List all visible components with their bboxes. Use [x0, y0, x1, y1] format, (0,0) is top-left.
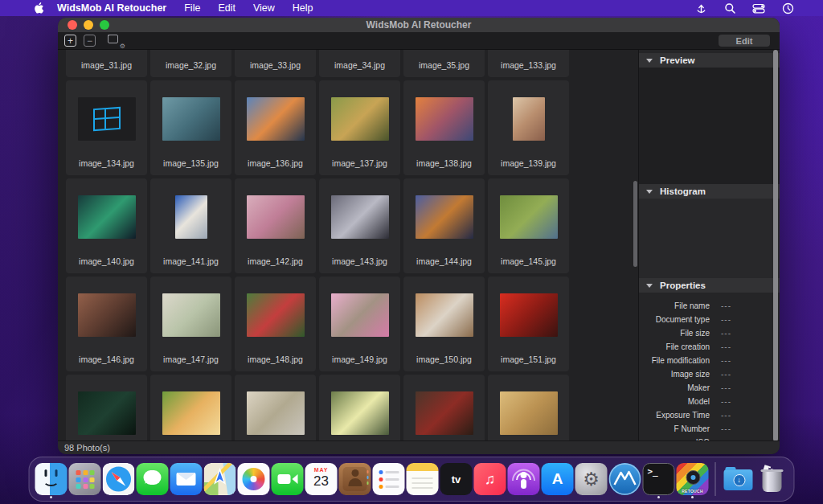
- photo-cell[interactable]: [235, 375, 316, 441]
- dock-item-downloads[interactable]: ↓: [723, 460, 755, 498]
- dock-item-trash[interactable]: [756, 460, 788, 498]
- photo-cell[interactable]: image_34.jpg: [319, 50, 400, 77]
- photo-cell[interactable]: image_144.jpg: [403, 178, 485, 273]
- photo-cell[interactable]: image_33.jpg: [235, 50, 316, 77]
- dock-item-podcasts[interactable]: [508, 460, 540, 498]
- dock-reminders-icon[interactable]: [373, 463, 405, 495]
- photo-cell[interactable]: image_137.jpg: [319, 80, 400, 175]
- photo-cell[interactable]: image_145.jpg: [488, 178, 569, 273]
- property-label: Exposure Time: [639, 411, 710, 420]
- thumb-city-skyline-dusk: [416, 195, 473, 239]
- running-indicator-dot: [50, 496, 52, 498]
- photo-cell[interactable]: [488, 375, 569, 441]
- dock-photos-icon[interactable]: [238, 463, 270, 495]
- photo-cell[interactable]: image_133.jpg: [488, 50, 569, 77]
- grid-row: image_146.jpgimage_147.jpgimage_148.jpgi…: [58, 277, 638, 371]
- dock-item-launchpad[interactable]: [69, 460, 101, 498]
- photo-cell[interactable]: image_146.jpg: [66, 277, 147, 371]
- photo-cell[interactable]: image_140.jpg: [66, 178, 147, 273]
- photo-cell[interactable]: [66, 375, 147, 441]
- photo-cell[interactable]: image_147.jpg: [150, 277, 231, 371]
- dock-facetime-icon[interactable]: [272, 463, 304, 495]
- dock-item-calendar[interactable]: MAY23: [305, 460, 338, 498]
- dock-item-maps[interactable]: [204, 460, 236, 498]
- control-center-icon[interactable]: [752, 2, 765, 14]
- photo-cell[interactable]: image_143.jpg: [319, 178, 400, 273]
- photo-cell[interactable]: image_148.jpg: [235, 277, 316, 371]
- apple-menu-icon[interactable]: [34, 2, 44, 14]
- properties-panel-header[interactable]: Properties: [639, 278, 780, 293]
- photo-cell[interactable]: image_31.jpg: [66, 50, 147, 77]
- dock-item-appletv[interactable]: tv: [440, 460, 473, 498]
- dock-appletv-icon[interactable]: tv: [440, 463, 473, 495]
- photo-cell[interactable]: image_150.jpg: [403, 277, 485, 371]
- dock-contacts-icon[interactable]: [339, 463, 371, 495]
- dock-terminal-icon[interactable]: >_: [643, 463, 675, 495]
- dock-mail-icon[interactable]: [170, 463, 203, 495]
- photo-cell[interactable]: image_149.jpg: [319, 277, 400, 371]
- photo-cell[interactable]: image_151.jpg: [488, 277, 569, 371]
- dock-item-settings[interactable]: ⚙: [575, 460, 608, 498]
- airdrop-icon[interactable]: [694, 2, 707, 14]
- dock-safari-icon[interactable]: [103, 463, 135, 495]
- batch-edit-icon[interactable]: ⚙: [108, 35, 124, 47]
- clock-icon[interactable]: [781, 2, 794, 14]
- photo-cell[interactable]: image_138.jpg: [403, 80, 485, 175]
- dock-item-retouch[interactable]: RETOUCH: [677, 460, 709, 498]
- dock-notes-icon[interactable]: [407, 463, 439, 495]
- search-icon[interactable]: [723, 2, 736, 14]
- dock-trash-icon[interactable]: [756, 463, 788, 495]
- dock-calendar-icon[interactable]: MAY23: [305, 463, 338, 495]
- dock-podcasts-icon[interactable]: [508, 463, 540, 495]
- dock-item-music[interactable]: ♫: [474, 460, 506, 498]
- dock-item-appstore[interactable]: A: [542, 460, 574, 498]
- preview-panel-header[interactable]: Preview: [639, 53, 780, 68]
- menu-file[interactable]: File: [184, 2, 200, 14]
- dock-item-mail[interactable]: [170, 460, 203, 498]
- photo-cell[interactable]: image_135.jpg: [150, 80, 231, 175]
- photo-cell[interactable]: image_136.jpg: [235, 80, 316, 175]
- menu-edit[interactable]: Edit: [218, 2, 235, 14]
- dock-widsmob-icon[interactable]: [609, 463, 641, 495]
- dock-launchpad-icon[interactable]: [69, 463, 101, 495]
- dock-item-contacts[interactable]: [339, 460, 371, 498]
- dock-item-terminal[interactable]: >_: [643, 460, 675, 498]
- dock-settings-icon[interactable]: ⚙: [575, 463, 608, 495]
- add-photos-button[interactable]: +: [64, 35, 76, 47]
- dock-item-facetime[interactable]: [272, 460, 304, 498]
- photo-cell[interactable]: [150, 375, 231, 441]
- photo-filename: image_135.jpg: [150, 158, 231, 168]
- photo-cell[interactable]: image_134.jpg: [66, 80, 147, 175]
- dock-item-photos[interactable]: [238, 460, 270, 498]
- dock-appstore-icon[interactable]: A: [542, 463, 574, 495]
- photo-cell[interactable]: image_141.jpg: [150, 178, 231, 273]
- edit-button[interactable]: Edit: [719, 35, 770, 47]
- menubar-app-name[interactable]: WidsMob AI Retoucher: [57, 2, 166, 14]
- dock-music-icon[interactable]: ♫: [474, 463, 506, 495]
- menu-help[interactable]: Help: [293, 2, 313, 14]
- dock-finder-icon[interactable]: [35, 463, 68, 495]
- dock-messages-icon[interactable]: [137, 463, 169, 495]
- chevron-down-icon: [646, 284, 653, 288]
- histogram-panel-header[interactable]: Histogram: [639, 184, 780, 199]
- photo-cell[interactable]: image_142.jpg: [235, 178, 316, 273]
- dock-item-notes[interactable]: [407, 460, 439, 498]
- dock-item-messages[interactable]: [137, 460, 169, 498]
- dock-downloads-icon[interactable]: ↓: [723, 463, 755, 495]
- dock-item-reminders[interactable]: [373, 460, 405, 498]
- photo-cell[interactable]: image_139.jpg: [488, 80, 569, 175]
- thumb-cat-with-daffodils: [331, 391, 389, 435]
- photo-cell[interactable]: image_32.jpg: [150, 50, 231, 77]
- dock-item-finder[interactable]: [35, 460, 68, 498]
- photo-cell[interactable]: [403, 375, 485, 441]
- sidebar-scrollbar[interactable]: [773, 50, 778, 441]
- remove-photos-button[interactable]: −: [84, 35, 96, 47]
- dock-retouch-icon[interactable]: RETOUCH: [677, 463, 709, 495]
- photo-cell[interactable]: [319, 375, 400, 441]
- photo-cell[interactable]: image_35.jpg: [403, 50, 485, 77]
- property-value: ---: [721, 356, 731, 365]
- dock-item-safari[interactable]: [103, 460, 135, 498]
- dock-maps-icon[interactable]: [204, 463, 236, 495]
- dock-item-widsmob[interactable]: [609, 460, 641, 498]
- menu-view[interactable]: View: [253, 2, 275, 14]
